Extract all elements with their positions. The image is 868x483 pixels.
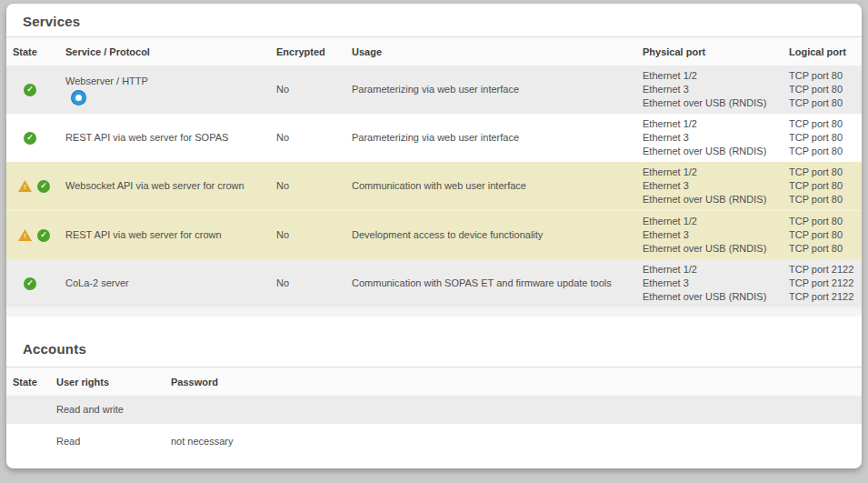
physical-port-line: Ethernet 3 (643, 228, 789, 242)
physical-port-line: Ethernet over USB (RNDIS) (643, 193, 789, 206)
physical-port-cell: Ethernet 1/2Ethernet 3Ethernet over USB … (643, 162, 789, 211)
accounts-table: State User rights Password Read and writ… (6, 367, 862, 458)
logical-port-cell: TCP port 2122TCP port 2122TCP port 2122 (789, 259, 862, 307)
physical-port-line: Ethernet 1/2 (643, 215, 789, 228)
cursor-ring-icon (72, 91, 85, 105)
encrypted-cell: No (276, 259, 352, 307)
logical-port-line: TCP port 80 (789, 131, 862, 145)
service-state-cell (6, 259, 65, 307)
usage-cell: Communication with web user interface (352, 162, 643, 211)
service-row: Webserver / HTTPNoParameterizing via web… (6, 65, 862, 114)
logical-port-line: TCP port 80 (789, 166, 862, 179)
col-header-user-rights: User rights (56, 367, 171, 396)
logical-port-cell: TCP port 80TCP port 80TCP port 80 (789, 211, 862, 260)
logical-port-line: TCP port 80 (789, 145, 862, 158)
service-name: CoLa-2 server (65, 277, 129, 288)
user-rights-cell: Read and write (56, 396, 171, 424)
physical-port-cell: Ethernet 1/2Ethernet 3Ethernet over USB … (643, 211, 789, 260)
services-table-footer-strip (6, 307, 862, 317)
physical-port-line: Ethernet 1/2 (643, 69, 789, 83)
password-cell (171, 396, 862, 424)
physical-port-line: Ethernet 3 (643, 131, 789, 145)
usage-value: Parameterizing via web user interface (352, 84, 519, 95)
services-table-header: State Service / Protocol Encrypted Usage… (6, 37, 862, 65)
logical-port-line: TCP port 80 (789, 69, 862, 83)
user-rights-value: Read and write (56, 404, 124, 415)
col-header-physical-port: Physical port (643, 37, 789, 65)
accounts-table-header: State User rights Password (6, 367, 862, 396)
encrypted-cell: No (276, 211, 352, 260)
logical-port-line: TCP port 2122 (789, 263, 862, 277)
col-header-logical-port: Logical port (789, 37, 862, 65)
status-ok-icon (24, 132, 36, 145)
logical-port-cell: TCP port 80TCP port 80TCP port 80 (789, 65, 862, 114)
logical-port-line: TCP port 80 (789, 242, 862, 256)
physical-port-cell: Ethernet 1/2Ethernet 3Ethernet over USB … (643, 65, 789, 114)
services-table: State Service / Protocol Encrypted Usage… (6, 37, 862, 307)
services-table-body: Webserver / HTTPNoParameterizing via web… (6, 65, 862, 307)
service-name-cell: Webserver / HTTP (65, 65, 276, 114)
physical-port-line: Ethernet 1/2 (643, 166, 789, 179)
encrypted-value: No (276, 84, 289, 95)
status-ok-icon (37, 229, 50, 242)
col-header-account-state: State (6, 367, 56, 396)
encrypted-cell: No (276, 65, 352, 114)
warning-icon (18, 229, 32, 241)
encrypted-cell: No (276, 114, 352, 162)
password-cell: not necessary (171, 424, 862, 458)
state-icons (6, 84, 65, 96)
service-row: CoLa-2 serverNoCommunication with SOPAS … (6, 259, 862, 307)
physical-port-cell: Ethernet 1/2Ethernet 3Ethernet over USB … (643, 114, 789, 162)
service-state-cell (6, 114, 65, 162)
physical-port-line: Ethernet over USB (RNDIS) (643, 242, 789, 256)
service-name: Websocket API via web server for crown (65, 180, 244, 191)
usage-cell: Parameterizing via web user interface (352, 114, 643, 162)
status-ok-icon (24, 84, 36, 96)
services-section-title: Services (6, 4, 862, 37)
encrypted-value: No (276, 132, 289, 143)
service-row: REST API via web server for SOPASNoParam… (6, 114, 862, 162)
usage-value: Communication with SOPAS ET and firmware… (352, 277, 612, 288)
physical-port-line: Ethernet over USB (RNDIS) (643, 96, 789, 110)
service-name: REST API via web server for SOPAS (65, 132, 228, 143)
usage-value: Development access to device functionali… (352, 229, 543, 240)
physical-port-line: Ethernet 3 (643, 179, 789, 193)
status-ok-icon (24, 277, 36, 290)
logical-port-line: TCP port 2122 (789, 290, 862, 304)
service-row: REST API via web server for crownNoDevel… (6, 211, 862, 260)
user-rights-value: Read (56, 436, 80, 447)
service-row: Websocket API via web server for crownNo… (6, 162, 862, 211)
logical-port-cell: TCP port 80TCP port 80TCP port 80 (789, 162, 862, 211)
state-icons (6, 132, 65, 145)
physical-port-line: Ethernet 3 (643, 277, 789, 290)
service-name: Webserver / HTTP (65, 75, 148, 86)
logical-port-line: TCP port 80 (789, 179, 862, 193)
account-row: Readnot necessary (6, 424, 862, 458)
service-name-cell: Websocket API via web server for crown (65, 162, 276, 211)
usage-value: Parameterizing via web user interface (352, 132, 519, 143)
account-row: Read and write (6, 396, 862, 424)
state-icons (6, 180, 65, 193)
usage-cell: Parameterizing via web user interface (352, 65, 643, 114)
col-header-usage: Usage (352, 37, 643, 65)
logical-port-line: TCP port 2122 (789, 277, 862, 290)
logical-port-line: TCP port 80 (789, 215, 862, 228)
user-rights-cell: Read (56, 424, 171, 458)
state-icons (6, 229, 65, 242)
password-value: not necessary (171, 436, 233, 447)
service-name-cell: REST API via web server for SOPAS (65, 114, 276, 162)
warning-icon (18, 180, 32, 192)
col-header-password: Password (171, 367, 862, 396)
security-settings-panel: Services State Service / Protocol Encryp… (6, 4, 862, 468)
col-header-state: State (6, 37, 65, 65)
physical-port-line: Ethernet over USB (RNDIS) (643, 145, 789, 158)
account-state-cell (6, 396, 56, 424)
logical-port-line: TCP port 80 (789, 193, 862, 206)
encrypted-value: No (276, 229, 289, 240)
encrypted-value: No (276, 277, 289, 288)
account-state-cell (6, 424, 56, 458)
accounts-table-body: Read and writeReadnot necessary (6, 396, 862, 458)
physical-port-line: Ethernet 1/2 (643, 263, 789, 277)
encrypted-cell: No (276, 162, 352, 211)
logical-port-line: TCP port 80 (789, 117, 862, 131)
